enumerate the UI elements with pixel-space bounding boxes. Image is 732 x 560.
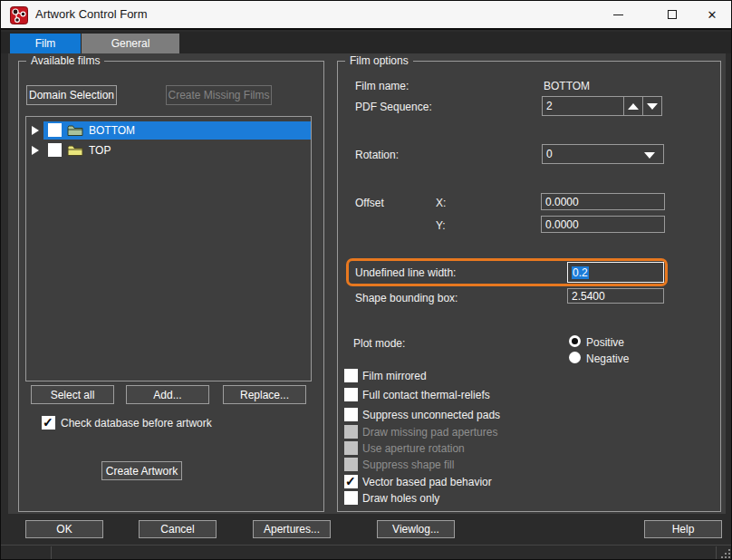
minimize-button[interactable] — [598, 1, 638, 28]
use-aperture-rotation-checkbox — [344, 441, 358, 455]
film-mirrored-checkbox[interactable] — [344, 369, 358, 382]
available-films-legend: Available films — [26, 54, 104, 67]
draw-missing-pad-apertures-label: Draw missing pad apertures — [362, 426, 497, 439]
rotation-label: Rotation: — [355, 149, 399, 161]
plot-mode-positive-label[interactable]: Positive — [586, 336, 624, 349]
maximize-icon — [668, 10, 677, 19]
pdf-sequence-spin-up[interactable] — [623, 96, 643, 116]
create-missing-films-button: Create Missing Films — [166, 85, 272, 105]
tab-film-control[interactable]: Film Control — [10, 34, 81, 53]
plot-mode-negative-label[interactable]: Negative — [586, 352, 629, 365]
suppress-shape-fill-checkbox — [344, 458, 358, 471]
check-database-label[interactable]: Check database before artwork — [61, 417, 212, 430]
rotation-value: 0 — [546, 148, 553, 160]
plot-mode-positive-radio[interactable] — [569, 335, 581, 347]
add-button[interactable]: Add... — [126, 385, 209, 404]
close-icon: ✕ — [708, 9, 718, 21]
folder-icon — [67, 124, 83, 137]
film-checkbox[interactable] — [48, 143, 62, 157]
apertures-button[interactable]: Apertures... — [253, 520, 331, 538]
film-name-value: BOTTOM — [544, 80, 590, 92]
vector-based-pad-behavior-label[interactable]: Vector based pad behavior — [362, 476, 492, 488]
selected-text: 0.2 — [572, 266, 589, 279]
draw-holes-only-checkbox[interactable] — [344, 491, 358, 505]
cancel-button[interactable]: Cancel — [139, 520, 217, 538]
pdf-sequence-input[interactable]: 2 — [542, 96, 624, 116]
select-all-button[interactable]: Select all — [31, 385, 114, 404]
offset-y-label: Y: — [436, 219, 446, 232]
app-icon — [10, 6, 28, 24]
draw-missing-pad-apertures-checkbox — [344, 425, 358, 439]
film-mirrored-label[interactable]: Film mirrored — [362, 370, 427, 382]
domain-selection-button[interactable]: Domain Selection — [26, 85, 117, 105]
film-options-legend: Film options — [345, 54, 413, 67]
ok-button[interactable]: OK — [25, 520, 103, 538]
shape-bounding-box-input[interactable]: 2.5400 — [567, 288, 664, 304]
artwork-control-form-window: Artwork Control Form ✕ Film Control Gene… — [0, 0, 732, 560]
undefined-line-width-input[interactable]: 0.2 — [567, 262, 664, 283]
resize-grip-icon[interactable] — [721, 549, 730, 558]
plot-mode-label: Plot mode: — [353, 337, 405, 350]
tree-item-label[interactable]: TOP — [89, 144, 111, 157]
close-button[interactable]: ✕ — [692, 1, 732, 28]
status-bar — [1, 545, 732, 560]
maximize-button[interactable] — [652, 1, 692, 28]
suppress-unconnected-pads-checkbox[interactable] — [344, 408, 358, 421]
pdf-sequence-label: PDF Sequence: — [355, 101, 432, 113]
spin-down-icon — [647, 103, 658, 110]
status-divider — [716, 546, 717, 560]
title-bar: Artwork Control Form ✕ — [1, 1, 732, 30]
viewlog-button[interactable]: Viewlog... — [377, 520, 455, 538]
film-name-label: Film name: — [355, 80, 409, 92]
tree-row-top[interactable]: TOP — [26, 141, 311, 159]
offset-x-input[interactable]: 0.0000 — [541, 193, 665, 210]
offset-label: Offset — [355, 197, 384, 209]
tree-item-label[interactable]: BOTTOM — [89, 124, 135, 137]
full-contact-thermal-reliefs-checkbox[interactable] — [344, 388, 358, 401]
minimize-icon — [613, 14, 623, 15]
tab-general-parameters[interactable]: General Parameters — [82, 34, 179, 53]
expand-arrow-icon[interactable] — [32, 126, 39, 135]
status-divider — [51, 546, 52, 560]
folder-icon — [67, 144, 83, 157]
use-aperture-rotation-label: Use aperture rotation — [362, 442, 465, 455]
offset-x-label: X: — [436, 197, 446, 209]
replace-button[interactable]: Replace... — [223, 385, 306, 404]
plot-mode-negative-radio[interactable] — [569, 352, 581, 363]
window-title: Artwork Control Form — [35, 1, 148, 28]
create-artwork-button[interactable]: Create Artwork — [101, 461, 182, 480]
offset-y-input[interactable]: 0.0000 — [541, 216, 665, 233]
expand-arrow-icon[interactable] — [32, 146, 39, 155]
tab-strip: Film Control General Parameters — [1, 32, 732, 53]
full-contact-thermal-reliefs-label[interactable]: Full contact thermal-reliefs — [362, 389, 490, 401]
help-button[interactable]: Help — [644, 520, 722, 538]
pdf-sequence-spin-down[interactable] — [642, 96, 662, 116]
selection-highlight — [43, 121, 311, 140]
films-tree: BOTTOM TOP — [25, 116, 312, 381]
draw-holes-only-label[interactable]: Draw holes only — [362, 492, 439, 505]
vector-based-pad-behavior-checkbox[interactable] — [344, 475, 358, 488]
rotation-dropdown[interactable]: 0 — [542, 144, 664, 164]
film-checkbox[interactable] — [48, 123, 62, 137]
suppress-unconnected-pads-label[interactable]: Suppress unconnected pads — [362, 409, 500, 421]
suppress-shape-fill-label: Suppress shape fill — [362, 459, 454, 471]
tree-row-bottom[interactable]: BOTTOM — [26, 121, 311, 140]
check-database-checkbox[interactable] — [42, 416, 55, 430]
dropdown-arrow-icon — [644, 152, 655, 159]
shape-bounding-box-label: Shape bounding box: — [355, 292, 458, 304]
spin-up-icon — [628, 103, 639, 110]
undefined-line-width-label: Undefined line width: — [355, 266, 456, 279]
